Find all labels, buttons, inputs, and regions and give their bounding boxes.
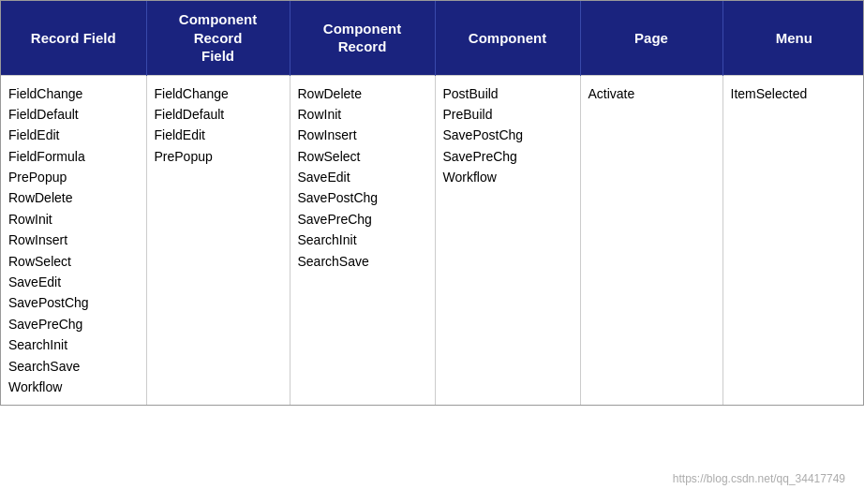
col-header-record-field: Record Field bbox=[1, 1, 146, 75]
cell-component-record-field: FieldChange FieldDefault FieldEdit PrePo… bbox=[146, 75, 290, 405]
header-row: Record Field ComponentRecordField Compon… bbox=[1, 1, 864, 75]
cell-record-field: FieldChange FieldDefault FieldEdit Field… bbox=[1, 75, 146, 405]
col-header-page: Page bbox=[580, 1, 722, 75]
cell-page: Activate bbox=[580, 75, 722, 405]
col-header-component: Component bbox=[435, 1, 580, 75]
main-table-wrapper: Record Field ComponentRecordField Compon… bbox=[0, 0, 864, 406]
cell-component-record: RowDelete RowInit RowInsert RowSelect Sa… bbox=[290, 75, 435, 405]
col-header-menu: Menu bbox=[722, 1, 864, 75]
watermark-text: https://blog.csdn.net/qq_34417749 bbox=[673, 472, 845, 485]
table-row: FieldChange FieldDefault FieldEdit Field… bbox=[1, 75, 864, 405]
cell-menu: ItemSelected bbox=[722, 75, 864, 405]
col-header-component-record: ComponentRecord bbox=[290, 1, 435, 75]
events-table: Record Field ComponentRecordField Compon… bbox=[1, 1, 864, 405]
cell-component: PostBuild PreBuild SavePostChg SavePreCh… bbox=[435, 75, 580, 405]
col-header-component-record-field: ComponentRecordField bbox=[146, 1, 290, 75]
